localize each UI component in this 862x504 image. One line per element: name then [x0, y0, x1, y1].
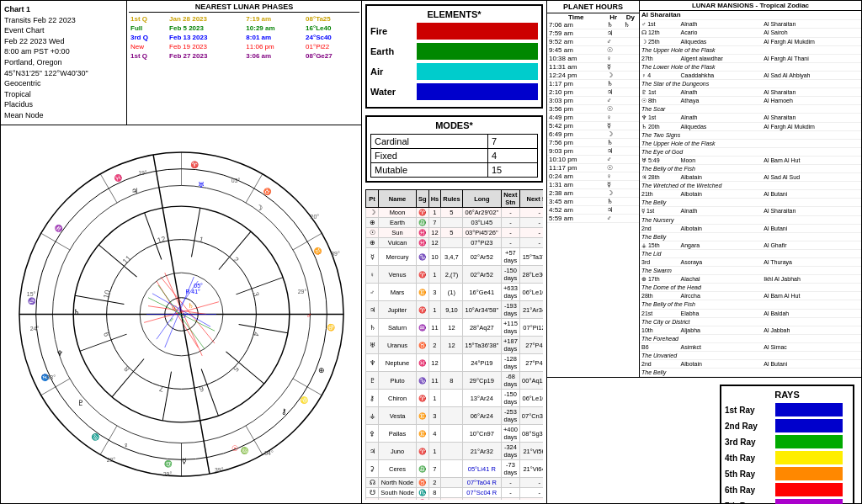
- svg-text:♂: ♂: [168, 316, 173, 324]
- ray-3-row: 3rd Ray: [725, 435, 849, 448]
- element-air-label: Air: [370, 66, 417, 77]
- ray-1-bar: [775, 403, 843, 416]
- svg-text:⊕: ⊕: [318, 365, 325, 374]
- svg-text:♃: ♃: [131, 187, 138, 195]
- elements-box: ELEMENTS* Fire Earth Air Water: [365, 4, 543, 109]
- mode-mutable-row: Mutable 15: [371, 163, 538, 178]
- svg-text:♏: ♏: [88, 432, 100, 443]
- col-pt: Pt: [366, 190, 379, 208]
- svg-text:♂: ♂: [306, 311, 311, 320]
- ray-5-label: 5th Ray: [725, 470, 775, 479]
- planet-row: ♃Juno♈121°Ar32-324 days21°Vi56'11"+03°06…: [366, 443, 544, 460]
- svg-text:♈: ♈: [189, 160, 199, 169]
- phase-1q-date: Jan 28 2023: [168, 14, 244, 24]
- svg-text:♉: ♉: [262, 185, 274, 197]
- col-sg: Sg: [417, 190, 429, 208]
- chart-date: Feb 22 2023 Wed: [4, 36, 123, 47]
- chart-title: Chart 1: [4, 4, 123, 15]
- svg-text:♎: ♎: [163, 459, 173, 469]
- planet-row: ☉Sun♓12503°Pi45'26"--: [366, 228, 544, 238]
- planet-row: ♇Pluto♑11829°Cp19-68 days00°Aq12'56"-22°…: [366, 372, 544, 390]
- svg-text:05°: 05°: [194, 283, 203, 289]
- planet-row: ⚷Chiron♈113°Ar24-150 days06°Le10'15"+04°…: [366, 390, 544, 407]
- mode-cardinal-row: Cardinal 7: [371, 135, 538, 149]
- planet-row: ⚳Ceres♎705°Li41 R-73 days21°Vi64'59"-12°…: [366, 460, 544, 478]
- phase-full-date: Feb 5 2023: [168, 24, 244, 33]
- ray-4-bar: [775, 451, 843, 464]
- chart-subtitle: Transits Feb 22 2023: [4, 15, 123, 26]
- lunar-mansions: LUNAR MANSIONS - Tropical Zodiac Al Shar…: [640, 1, 861, 377]
- svg-text:29°: 29°: [162, 471, 172, 477]
- planet-row: ♄Saturn♒111228°Aq27+115 days07°Pi12'38"-…: [366, 319, 544, 337]
- elements-title: ELEMENTS*: [370, 9, 538, 19]
- planet-hours-title: PLANET HOURS: [547, 1, 639, 13]
- element-air-bar: [417, 63, 538, 80]
- svg-text:☿: ☿: [181, 457, 186, 465]
- ray-4-label: 4th Ray: [725, 454, 775, 463]
- elements-asterisk: *: [477, 9, 481, 19]
- ray-5-row: 5th Ray: [725, 467, 849, 480]
- col-hs: Hs: [428, 190, 441, 208]
- svg-text:20°: 20°: [310, 214, 319, 220]
- ph-col-dy: Dy: [622, 13, 639, 21]
- mode-fixed-label: Fixed: [371, 149, 488, 163]
- ray-2-bar: [775, 419, 843, 432]
- mode-mutable-value: 15: [487, 163, 537, 178]
- svg-text:29°: 29°: [297, 289, 306, 294]
- planet-row: ♅Uranus♉21215°Ta36'38"+187 days27°P4'13"…: [366, 337, 544, 354]
- col-rules: Rules: [441, 190, 462, 208]
- ray-7-row: 7th Ray: [725, 499, 849, 504]
- planet-row: ⊕Vulcan♓1207°Pi23--: [366, 238, 544, 248]
- ph-dy: ♄: [622, 21, 639, 29]
- ray-2-label: 2nd Ray: [725, 422, 775, 431]
- svg-text:03°: 03°: [46, 374, 56, 379]
- planet-hours: PLANET HOURS TimeHrDy 7:06 am♄♄ 7:59 am♃…: [547, 1, 640, 377]
- svg-text:R 41°: R 41°: [185, 289, 200, 294]
- chart-zodiac: Tropical: [4, 89, 123, 100]
- chart-time: 8:00 am PST +0:00: [4, 46, 123, 57]
- svg-text:39°: 39°: [331, 251, 340, 257]
- planet-row: AcAscendant♓129°Pi16'17"---00°17': [366, 498, 544, 501]
- phase-1q2-time: 3:06 am: [244, 51, 304, 61]
- svg-text:11: 11: [120, 253, 132, 265]
- astro-wheel: ♈ ♉ ♊ ♋ ♌ ♍ ♎ ♏ ♐ ♑ ♒ ♓ 1 2 3 4 5 6 7: [15, 148, 348, 480]
- svg-text:☽: ☽: [256, 204, 263, 212]
- ph-col-time: Time: [547, 13, 605, 21]
- planet-row: ⚴Pallas♊410°Cn97+400 days08°Sg36'47"-17°…: [366, 425, 544, 443]
- svg-line-27: [111, 358, 143, 396]
- planet-row: ♆Neptune♓1224°Pi19-128 days27°P4'13"-00°…: [366, 354, 544, 372]
- lunar-phases-title: NEAREST LUNAR PHASES: [129, 3, 359, 13]
- element-earth-label: Earth: [370, 46, 417, 56]
- col-ns2: Next Stn: [519, 190, 543, 208]
- element-earth-row: Earth: [370, 43, 538, 60]
- svg-line-18: [40, 233, 69, 250]
- phase-1q2-label: 1st Q: [129, 51, 168, 61]
- planet-hours-section: PLANET HOURS TimeHrDy 7:06 am♄♄ 7:59 am♃…: [547, 1, 861, 377]
- planet-row: ☽Moon♈1506°Ar29'02"---00°16': [366, 208, 544, 218]
- svg-text:19°: 19°: [138, 169, 147, 175]
- ph-time: 7:06 am: [547, 21, 605, 29]
- svg-text:♋: ♋: [327, 322, 336, 332]
- modes-box: MODES* Cardinal 7 Fixed 4 Mutable 15: [365, 115, 543, 183]
- svg-text:20°: 20°: [106, 457, 115, 463]
- element-fire-bar: [417, 23, 538, 40]
- planet-row: ♂Mars♊3(1)16°Ge41+633 days06°Le10'15"-25…: [366, 284, 544, 301]
- svg-line-9: [246, 174, 263, 203]
- svg-text:☉: ☉: [231, 444, 237, 453]
- phase-full-label: Full: [129, 24, 168, 33]
- middle-panel: ELEMENTS* Fire Earth Air Water MODES*: [362, 0, 547, 504]
- phase-1q2-pos: 08°Ge27: [304, 51, 359, 61]
- mode-mutable-label: Mutable: [371, 163, 488, 178]
- element-fire-label: Fire: [370, 26, 417, 36]
- svg-text:♅: ♅: [198, 181, 205, 189]
- svg-text:15°: 15°: [26, 291, 35, 297]
- planet-table-container: Pt Name Sg Hs Rules Long Next Stn Next S…: [365, 189, 543, 500]
- svg-line-21: [218, 231, 250, 269]
- ray-3-bar: [775, 435, 843, 448]
- svg-line-24: [226, 352, 263, 384]
- phase-3q-label: 3rd Q: [129, 33, 168, 42]
- svg-text:♌: ♌: [298, 395, 310, 406]
- ray-4-row: 4th Ray: [725, 451, 849, 464]
- phase-3q-date: Feb 13 2023: [168, 33, 244, 42]
- chart-node: Mean Node: [4, 110, 123, 121]
